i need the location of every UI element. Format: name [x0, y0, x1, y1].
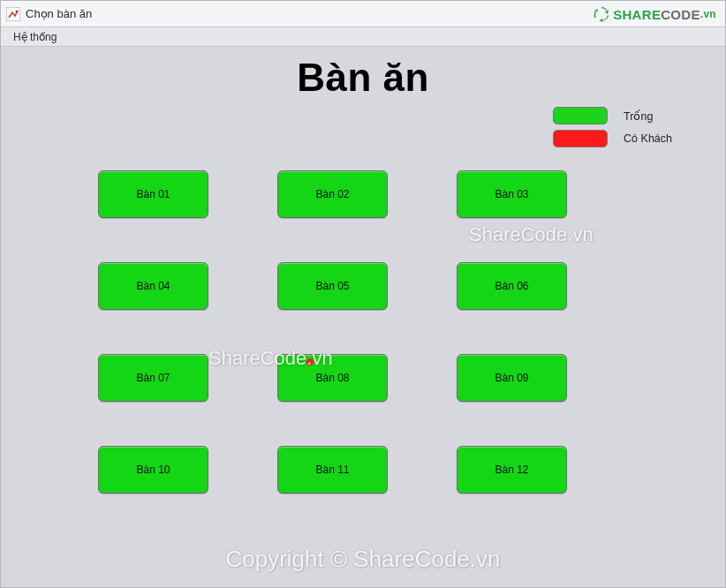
swatch-empty [553, 107, 608, 124]
table-button-02[interactable]: Bàn 02 [277, 170, 388, 218]
table-button-08[interactable]: Bàn 08 [277, 354, 388, 402]
app-icon [6, 7, 20, 21]
table-button-11[interactable]: Bàn 11 [277, 446, 388, 494]
legend-empty: Trống [553, 107, 672, 124]
table-label: Bàn 06 [495, 280, 528, 292]
table-label: Bàn 10 [136, 464, 170, 476]
menubar: Hệ thống [1, 27, 725, 47]
table-button-01[interactable]: Bàn 01 [98, 170, 208, 218]
page-title: Bàn ăn [1, 56, 725, 100]
svg-point-1 [16, 10, 19, 12]
menu-system[interactable]: Hệ thống [8, 29, 62, 45]
table-button-03[interactable]: Bàn 03 [457, 170, 567, 218]
legend-occupied: Có Khách [553, 130, 672, 147]
swatch-occupied [553, 130, 608, 147]
table-label: Bàn 07 [136, 372, 170, 384]
recycle-icon [594, 6, 609, 22]
brand-suffix: .vn [700, 8, 716, 20]
watermark-copyright: Copyright © ShareCode.vn [1, 546, 725, 573]
table-button-05[interactable]: Bàn 05 [277, 262, 388, 310]
legend-empty-label: Trống [624, 109, 653, 123]
table-label: Bàn 11 [315, 464, 349, 476]
legend-occupied-label: Có Khách [624, 132, 672, 145]
titlebar: Chọn bàn ăn SHARECODE.vn [1, 1, 725, 27]
table-label: Bàn 08 [315, 372, 349, 384]
brand-code: CODE [661, 7, 700, 22]
table-label: Bàn 09 [495, 372, 528, 384]
table-label: Bàn 02 [315, 188, 349, 200]
brand-share: SHARE [613, 7, 661, 22]
window-title: Chọn bàn ăn [26, 7, 92, 20]
legend: Trống Có Khách [553, 107, 672, 147]
table-label: Bàn 01 [136, 188, 170, 200]
app-window: Chọn bàn ăn SHARECODE.vn Hệ thống Bàn ăn… [0, 0, 726, 588]
table-button-12[interactable]: Bàn 12 [457, 446, 567, 494]
table-button-06[interactable]: Bàn 06 [457, 262, 567, 310]
table-label: Bàn 03 [495, 188, 528, 200]
brand-logo: SHARECODE.vn [594, 4, 716, 24]
table-label: Bàn 12 [495, 464, 528, 476]
table-button-09[interactable]: Bàn 09 [457, 354, 567, 402]
table-grid: Bàn 01 Bàn 02 Bàn 03 Bàn 04 Bàn 05 Bàn 0… [98, 170, 637, 494]
table-button-10[interactable]: Bàn 10 [98, 446, 208, 494]
table-label: Bàn 04 [136, 280, 170, 292]
table-button-04[interactable]: Bàn 04 [98, 262, 208, 310]
content-area: Bàn ăn Trống Có Khách Bàn 01 Bàn 02 Bàn … [1, 47, 725, 587]
table-label: Bàn 05 [315, 280, 349, 292]
table-button-07[interactable]: Bàn 07 [98, 354, 208, 402]
